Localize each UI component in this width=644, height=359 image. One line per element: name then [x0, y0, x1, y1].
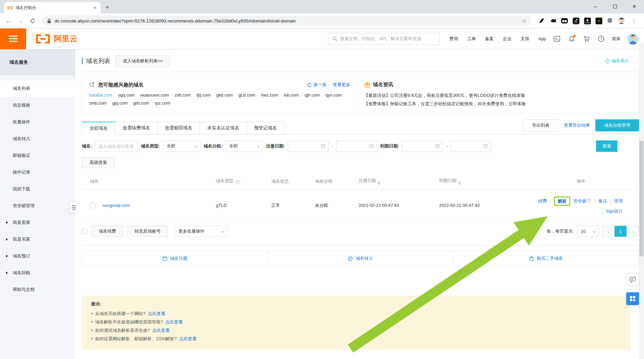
nav-icp[interactable]: 备案	[485, 36, 494, 42]
scrollbar-thumb[interactable]	[639, 141, 644, 256]
feather-extension-icon[interactable]	[538, 17, 545, 24]
export-list-button[interactable]: 导出列表	[523, 119, 558, 131]
manage-link[interactable]: 管理	[614, 198, 623, 204]
expdate-start-input[interactable]	[402, 140, 443, 152]
security-lock-link[interactable]: 安全锁?	[573, 198, 591, 204]
sidebar-item-domain-transfer-in[interactable]: 域名转入	[0, 130, 75, 147]
sidebar-item-domain-preorder[interactable]: 域名预订	[0, 248, 75, 264]
profile-avatar-icon[interactable]	[618, 17, 625, 24]
sidebar-item-domain-list[interactable]: 域名列表	[0, 80, 75, 97]
tab-preregistered[interactable]: 预登记域名	[247, 122, 285, 134]
nav-tickets[interactable]: 工单	[467, 36, 476, 42]
tab-unverified[interactable]: 未实名认证域名	[200, 122, 247, 134]
tab-redeem-urgent[interactable]: 急需赎回域名	[157, 122, 200, 134]
browser-menu-icon[interactable]: ⋮	[629, 18, 639, 24]
domain-search-input[interactable]	[95, 140, 138, 152]
suggested-domain[interactable]: qys.com	[325, 93, 341, 98]
nav-billing[interactable]: 费用	[449, 36, 458, 42]
select-all-checkbox[interactable]	[82, 229, 87, 234]
suggested-domain[interactable]: woaixuexi.com	[140, 93, 169, 98]
help-icon[interactable]: ?	[598, 36, 604, 42]
sidebar-item-my-downloads[interactable]: 我的下载	[0, 181, 75, 197]
puzzle-extensions-icon[interactable]	[606, 17, 614, 24]
aliyun-logo[interactable]: 阿里云	[35, 34, 78, 44]
feedback-float-button[interactable]	[626, 273, 639, 286]
sidebar-item-help-docs[interactable]: 帮助与文档	[0, 281, 75, 298]
suggested-domain[interactable]: grb.com	[133, 101, 149, 106]
close-window-button[interactable]: ×	[625, 0, 644, 13]
suggested-domain[interactable]: gkb.com	[216, 93, 233, 98]
domain-link[interactable]: sunguoqi.com	[103, 203, 130, 208]
reload-button[interactable]	[28, 16, 38, 26]
search-button[interactable]: 搜索	[596, 140, 618, 152]
remark-link[interactable]: 备注	[598, 198, 607, 204]
cloudshell-icon[interactable]	[553, 36, 560, 42]
sidebar-item-operation-log[interactable]: 操作记录	[0, 164, 75, 181]
expdate-end-input[interactable]	[450, 140, 491, 152]
sidebar-item-batch-ops[interactable]: 批量操作	[0, 114, 75, 130]
sidebar-item-security-lock[interactable]: 安全锁管理	[0, 197, 75, 214]
see-more-link[interactable]: 查看更多	[333, 82, 350, 88]
suggested-domain[interactable]: lxb.com	[284, 93, 299, 98]
page-size-select[interactable]: 20	[577, 226, 599, 237]
tab-all-domains[interactable]: 全部域名	[82, 122, 115, 134]
close-tab-icon[interactable]: ×	[93, 5, 97, 10]
domain-transfer-in-link[interactable]: 域名转入	[267, 251, 453, 266]
next-page-button[interactable]: ›	[627, 226, 639, 237]
domain-register-link[interactable]: 域名注册	[82, 251, 267, 266]
domain-group-manage-button[interactable]: 域名分组管理	[595, 119, 639, 131]
view-export-result-link[interactable]: 查看导出结果	[564, 122, 590, 128]
buy-secondhand-domain-link[interactable]: 购买二手域名	[453, 251, 639, 266]
sidebar-item-buyer[interactable]: 我是买家	[0, 231, 75, 248]
user-avatar[interactable]	[627, 33, 639, 45]
suggested-domain[interactable]: gLb.com	[238, 93, 255, 98]
suggested-domain[interactable]: hwz.com	[261, 93, 278, 98]
nav-enterprise[interactable]: 企业	[503, 36, 512, 42]
tip-link[interactable]: 点此查看	[165, 318, 183, 326]
sidebar-item-seller[interactable]: 我是卖家	[0, 214, 75, 231]
transfer-account-button[interactable]: 转至其他账号	[127, 226, 168, 237]
astar-extension-icon[interactable]: ASTAR	[584, 17, 591, 24]
regdate-end-input[interactable]	[336, 140, 377, 152]
minimize-button[interactable]: ─	[586, 0, 605, 13]
suggested-domain[interactable]: sgq.com	[118, 93, 135, 98]
widget-float-button[interactable]	[626, 292, 639, 305]
enter-dns-list-button[interactable]: 进入域名解析列表>>	[116, 55, 170, 67]
console-menu-button[interactable]	[0, 28, 26, 49]
new-tab-button[interactable]: +	[105, 4, 109, 11]
sort-icon[interactable]	[378, 181, 380, 185]
maximize-button[interactable]	[605, 0, 625, 13]
sidebar-item-domain-buyback[interactable]: 域名回购	[0, 264, 75, 281]
domain-intro-link[interactable]: ? 域名简介	[605, 58, 629, 64]
suggested-domain[interactable]: fpj.com	[197, 93, 211, 98]
info-icon[interactable]: ?	[235, 180, 240, 184]
regdate-start-input[interactable]	[288, 140, 329, 152]
console-search-box[interactable]	[328, 33, 439, 45]
goggles-extension-icon[interactable]	[561, 17, 568, 24]
tip-link[interactable]: 点此查看	[148, 309, 165, 318]
more-batch-ops-select[interactable]: 更多批量操作	[174, 226, 228, 237]
current-page-button[interactable]: 1	[614, 226, 627, 237]
advanced-search-button[interactable]: 高级搜索	[82, 157, 115, 168]
batch-renew-button[interactable]: 域名续费	[92, 226, 123, 237]
tab-renew-urgent[interactable]: 急需续费域名	[115, 122, 158, 134]
nav-app[interactable]: App	[538, 36, 546, 41]
suggested-domain[interactable]: qjh.com	[305, 93, 320, 98]
forward-button[interactable]: →	[15, 16, 25, 26]
sort-icon[interactable]	[458, 181, 461, 185]
console-search-input[interactable]	[340, 36, 435, 41]
sidebar-item-info-template[interactable]: 信息模板	[0, 97, 75, 114]
suggested-domain[interactable]: zmb.com	[89, 101, 107, 106]
sidebar-collapse-handle[interactable]	[70, 202, 78, 213]
sidebar-item-email-verify[interactable]: 邮箱验证	[0, 147, 75, 164]
renew-link[interactable]: 续费	[538, 198, 547, 204]
domain-type-select[interactable]: 全部	[163, 140, 201, 152]
suggested-domain[interactable]: gjq.com	[112, 101, 128, 106]
language-switch[interactable]: 简体	[612, 36, 621, 42]
cart-icon[interactable]	[583, 36, 590, 42]
row-checkbox[interactable]	[90, 203, 95, 208]
suggested-domain[interactable]: rpz.com	[155, 101, 170, 106]
url-bar[interactable]: dc.console.aliyun.com/next/index?spm=517…	[42, 15, 531, 26]
suggested-domain[interactable]: zxb.com	[175, 93, 191, 98]
dark-gold-extension-icon[interactable]	[595, 17, 602, 24]
